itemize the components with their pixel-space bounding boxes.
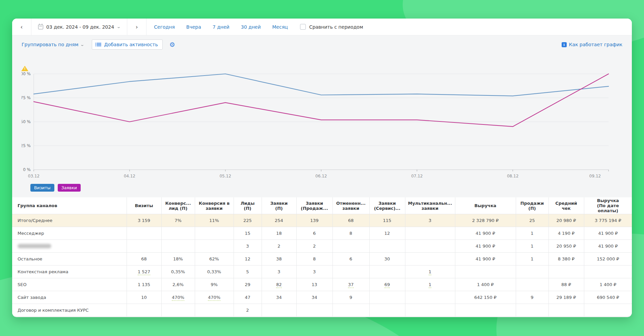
value-text: 12 <box>245 256 250 261</box>
add-activity-button[interactable]: Добавить активность <box>92 39 162 50</box>
quick-link-месяц[interactable]: Месяц <box>272 24 288 30</box>
table-row[interactable]: Месседжер1518681241 900 ₽14 190 ₽41 900 … <box>12 227 632 240</box>
value-cell <box>195 227 234 240</box>
date-toolbar: ‹ 03 дек. 2024 - 09 дек. 2024 ⌄ › Сегодн… <box>12 19 632 35</box>
value-text[interactable]: 69 <box>384 282 390 288</box>
group-by-dropdown[interactable]: Группировать по дням ⌄ <box>22 42 84 47</box>
value-text: 62% <box>209 256 219 261</box>
value-cell: 41 900 ₽ <box>584 240 632 253</box>
quick-link-вчера[interactable]: Вчера <box>186 24 201 30</box>
column-header[interactable]: Выручка (По дате оплаты) <box>584 197 632 214</box>
column-header[interactable]: Лиды (П) <box>234 197 262 214</box>
value-cell: 1 400 ₽ <box>455 278 516 291</box>
value-cell: 34 <box>296 291 332 304</box>
value-text[interactable]: 1 <box>429 269 431 275</box>
value-text: 6 <box>349 256 352 261</box>
column-header[interactable]: Мультиканальн... заявки <box>405 197 455 214</box>
value-cell: 88 ₽ <box>548 278 584 291</box>
column-header[interactable]: Группа каналов <box>12 197 127 214</box>
value-text: 1 400 ₽ <box>599 282 616 287</box>
value-text: 68 <box>348 218 354 223</box>
quick-link-сегодня[interactable]: Сегодня <box>154 24 175 30</box>
table-row: Итого/Среднее3 1597%11%2252541396811532 … <box>12 214 632 227</box>
value-text: 25 <box>529 218 535 223</box>
value-text: 3 775 194 ₽ <box>595 218 621 223</box>
column-header[interactable]: Конверс... лид (П) <box>161 197 195 214</box>
next-period-button[interactable]: › <box>127 19 146 35</box>
date-range-picker[interactable]: 03 дек. 2024 - 09 дек. 2024 ⌄ <box>31 19 127 35</box>
value-cell <box>296 304 332 317</box>
value-cell: 3 <box>296 265 332 278</box>
value-text: 152 000 ₽ <box>597 256 619 261</box>
value-text[interactable]: 1 <box>429 282 431 288</box>
column-header[interactable]: Выручка <box>455 197 516 214</box>
value-cell: 2,6% <box>161 278 195 291</box>
value-cell: 11% <box>195 214 234 227</box>
value-text: 3 <box>246 244 249 249</box>
value-cell <box>516 304 548 317</box>
value-text: 88 ₽ <box>561 282 571 287</box>
value-text[interactable]: 82 <box>276 282 282 288</box>
channels-table: Группа каналовВизитыКонверс... лид (П)Ко… <box>12 197 632 317</box>
value-text[interactable]: 470% <box>172 295 184 301</box>
value-cell: 34 <box>262 291 296 304</box>
value-text: 1 400 ₽ <box>477 282 494 287</box>
table-row[interactable]: 32241 900 ₽120 950 ₽41 900 ₽ <box>12 240 632 253</box>
channel-name-cell: Итого/Среднее <box>12 214 127 227</box>
channel-name-cell[interactable]: SEO <box>12 278 127 291</box>
quick-link-7-дней[interactable]: 7 дней <box>213 24 230 30</box>
value-cell <box>405 253 455 265</box>
column-header[interactable]: Заявки (Сервис)... <box>369 197 405 214</box>
x-axis-tick: 07.12 <box>411 174 423 178</box>
table-row[interactable]: Договор и комплектация КУРС2 <box>12 304 632 317</box>
value-text[interactable]: 37 <box>348 282 354 288</box>
value-cell <box>369 265 405 278</box>
chart-svg: 100 %75 %50 %25 %0 %03.1204.1205.1206.12… <box>22 67 622 182</box>
column-header[interactable]: Средний чек <box>548 197 584 214</box>
value-cell: 82 <box>262 278 296 291</box>
table-row[interactable]: SEO1 1352,6%9%298213376911 400 ₽88 ₽1 40… <box>12 278 632 291</box>
channel-name-cell[interactable]: Остальное <box>12 253 127 265</box>
prev-period-button[interactable]: ‹ <box>12 19 31 35</box>
channel-name-cell[interactable]: Контекстная реклама <box>12 265 127 278</box>
legend-pill-визиты[interactable]: Визиты <box>30 184 54 192</box>
channel-name-cell[interactable] <box>12 240 127 253</box>
column-header[interactable]: Заявки (Продаж... <box>296 197 332 214</box>
channel-name-cell[interactable]: Месседжер <box>12 227 127 240</box>
value-text: 12 <box>384 231 390 236</box>
quick-link-30-дней[interactable]: 30 дней <box>241 24 261 30</box>
column-header[interactable]: Заявки (П) <box>262 197 296 214</box>
value-cell: 9 <box>516 291 548 304</box>
value-text[interactable]: 1 527 <box>138 269 150 275</box>
value-cell: 139 <box>296 214 332 227</box>
column-header[interactable]: Отмененн... заявки <box>332 197 369 214</box>
gear-icon[interactable]: ⚙ <box>169 41 175 48</box>
table-row[interactable]: Остальное6818%62%1238863041 900 ₽18 380 … <box>12 253 632 265</box>
value-text: 30 <box>384 256 390 261</box>
value-cell <box>405 227 455 240</box>
table-row[interactable]: Контекстная реклама1 5270,35%0,33%5331 <box>12 265 632 278</box>
table-row[interactable]: Сайт завода10470%470%4734349642 150 ₽929… <box>12 291 632 304</box>
value-text: 0,33% <box>207 269 221 274</box>
channel-name-cell[interactable]: Сайт завода <box>12 291 127 304</box>
column-header[interactable]: Продажи (П) <box>516 197 548 214</box>
how-chart-works-link[interactable]: i Как работает график <box>562 42 622 47</box>
value-cell <box>161 304 195 317</box>
value-text: 47 <box>245 295 250 300</box>
value-text[interactable]: 470% <box>208 295 220 301</box>
value-cell: 1 <box>516 240 548 253</box>
value-text: 11% <box>209 218 219 223</box>
value-text: 0,35% <box>171 269 185 274</box>
channel-name-cell[interactable]: Договор и комплектация КУРС <box>12 304 127 317</box>
y-axis-tick: 0 % <box>23 167 31 172</box>
chevron-left-icon: ‹ <box>21 24 23 30</box>
group-by-label: Группировать по дням <box>22 42 78 47</box>
value-text: 10 <box>141 295 147 300</box>
value-text: 690 540 ₽ <box>597 295 619 300</box>
column-header[interactable]: Конверсия в заявки <box>195 197 234 214</box>
chevron-right-icon: › <box>136 24 138 30</box>
compare-checkbox[interactable] <box>300 24 306 30</box>
column-header[interactable]: Визиты <box>127 197 161 214</box>
legend-pill-заявки[interactable]: Заявки <box>58 184 81 192</box>
value-cell: 12 <box>234 253 262 265</box>
